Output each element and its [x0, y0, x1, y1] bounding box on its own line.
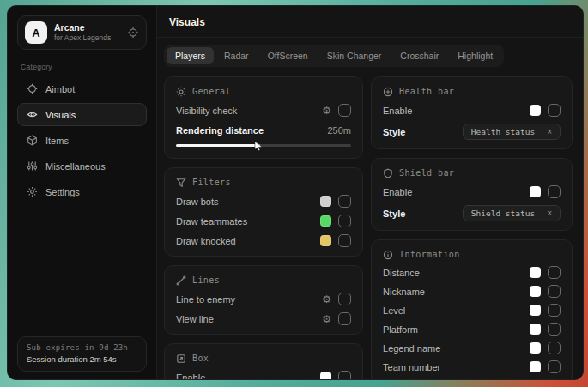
sidebar-item-miscellaneous[interactable]: Miscellaneous	[17, 154, 147, 178]
health-enable-checkbox[interactable]	[548, 104, 561, 117]
rendering-distance-row: Rendering distance 250m	[176, 124, 351, 136]
color-swatch[interactable]	[530, 186, 541, 197]
shield-style-select[interactable]: Shield status ×	[463, 205, 561, 221]
eye-icon	[26, 109, 38, 120]
team-number-checkbox[interactable]	[548, 360, 561, 373]
close-icon[interactable]: ×	[547, 128, 552, 136]
sidebar-item-label: Aimbot	[45, 84, 75, 94]
color-swatch[interactable]	[530, 361, 541, 372]
sidebar-item-label: Settings	[45, 187, 80, 197]
color-swatch[interactable]	[530, 305, 541, 316]
funnel-icon	[176, 178, 186, 188]
sidebar-item-label: Visuals	[45, 110, 76, 120]
color-swatch[interactable]	[320, 215, 331, 227]
color-swatch[interactable]	[530, 342, 541, 354]
sub-expires-text: Sub expires in 9d 23h	[27, 343, 137, 352]
platform-checkbox[interactable]	[548, 323, 561, 336]
health-bar-card: Health bar Enable Style Health status	[371, 76, 573, 149]
color-swatch[interactable]	[320, 196, 331, 207]
lines-card: Lines Line to enemy ⚙ View line ⚙	[164, 265, 363, 335]
session-duration-text: Session duration 2m 54s	[27, 354, 137, 364]
tab-bar: Players Radar OffScreen Skin Changer Cro…	[164, 45, 504, 67]
rendering-distance-slider[interactable]	[176, 144, 351, 149]
gear-icon[interactable]: ⚙	[322, 314, 331, 324]
sidebar-nav: Aimbot Visuals Items	[17, 77, 147, 203]
shield-enable-row: Enable	[383, 185, 561, 198]
app-subtitle: for Apex Legends	[54, 33, 120, 43]
shield-enable-checkbox[interactable]	[548, 185, 561, 198]
sidebar-item-settings[interactable]: Settings	[17, 180, 147, 203]
nickname-checkbox[interactable]	[548, 285, 561, 298]
section-title: Lines	[192, 275, 220, 285]
view-line-checkbox[interactable]	[338, 312, 351, 325]
visibility-check-checkbox[interactable]	[338, 104, 351, 117]
sidebar-item-items[interactable]: Items	[17, 129, 147, 152]
gear-icon[interactable]: ⚙	[322, 294, 331, 305]
information-card: Information Distance Nickname	[371, 239, 573, 380]
color-swatch[interactable]	[530, 105, 541, 116]
slider-thumb[interactable]	[254, 141, 264, 151]
color-swatch[interactable]	[530, 286, 541, 297]
distance-value: 250m	[327, 125, 351, 136]
color-swatch[interactable]	[320, 372, 331, 380]
sidebar-item-visuals[interactable]: Visuals	[17, 103, 147, 126]
shield-style-row: Style Shield status ×	[383, 205, 561, 221]
tab-offscreen[interactable]: OffScreen	[259, 47, 317, 64]
info-icon	[383, 250, 393, 260]
health-style-row: Style Health status ×	[383, 124, 561, 140]
color-swatch[interactable]	[320, 235, 331, 246]
line-to-enemy-checkbox[interactable]	[338, 293, 351, 305]
legend-name-checkbox[interactable]	[548, 342, 561, 354]
filters-card: Filters Draw bots Draw teammates	[164, 167, 363, 257]
target-icon[interactable]	[127, 27, 139, 39]
gear-icon	[26, 186, 38, 197]
draw-teammates-checkbox[interactable]	[338, 215, 351, 227]
sidebar-item-aimbot[interactable]: Aimbot	[17, 77, 147, 100]
sidebar-item-label: Miscellaneous	[45, 161, 106, 172]
box-enable-checkbox[interactable]	[338, 371, 351, 380]
section-title: Health bar	[399, 87, 454, 96]
legend-name-row: Legend name	[383, 342, 561, 354]
tab-highlight[interactable]: Highlight	[449, 47, 501, 64]
weapon-in-hands-checkbox[interactable]	[548, 379, 561, 380]
tab-players[interactable]: Players	[167, 47, 214, 64]
shield-icon	[383, 168, 393, 178]
close-icon[interactable]: ×	[547, 209, 552, 218]
line-to-enemy-row: Line to enemy ⚙	[176, 293, 351, 305]
tab-skin-changer[interactable]: Skin Changer	[318, 47, 391, 64]
distance-row: Distance	[383, 266, 561, 279]
health-style-select[interactable]: Health status ×	[463, 124, 561, 140]
sliders-icon	[26, 160, 38, 172]
section-title: Filters	[192, 178, 231, 187]
category-label: Category	[21, 63, 143, 71]
cube-icon	[26, 135, 38, 146]
weapon-in-hands-row: Weapon in hands	[383, 379, 561, 380]
main-panel: Visuals Players Radar OffScreen Skin Cha…	[157, 6, 583, 379]
shield-bar-card: Shield bar Enable Style Shield status	[371, 158, 573, 231]
level-checkbox[interactable]	[548, 304, 561, 317]
distance-checkbox[interactable]	[548, 266, 561, 279]
brand-card: A Arcane for Apex Legends	[17, 15, 147, 50]
box-card: Box Enable Enable background	[164, 343, 363, 380]
color-swatch[interactable]	[530, 267, 541, 278]
visibility-check-row: Visibility check ⚙	[176, 104, 351, 117]
draw-knocked-checkbox[interactable]	[338, 234, 351, 247]
color-swatch[interactable]	[530, 324, 541, 335]
draw-bots-checkbox[interactable]	[338, 195, 351, 208]
section-title: Shield bar	[399, 168, 454, 178]
app-window: A Arcane for Apex Legends Category	[7, 5, 584, 380]
sun-icon	[176, 87, 186, 97]
platform-row: Platform	[383, 323, 561, 336]
crosshair-icon	[26, 83, 38, 94]
tab-crosshair[interactable]: Crosshair	[391, 47, 447, 64]
sidebar-item-label: Items	[45, 136, 69, 146]
team-number-row: Team number	[383, 360, 561, 373]
subscription-card: Sub expires in 9d 23h Session duration 2…	[17, 336, 147, 372]
general-card: General Visibility check ⚙ Rendering dis…	[164, 76, 363, 159]
tab-radar[interactable]: Radar	[215, 47, 258, 64]
gear-icon[interactable]: ⚙	[322, 106, 331, 116]
app-name: Arcane	[54, 22, 120, 33]
health-enable-row: Enable	[383, 104, 561, 117]
page-title: Visuals	[169, 16, 569, 28]
section-title: General	[192, 87, 231, 96]
